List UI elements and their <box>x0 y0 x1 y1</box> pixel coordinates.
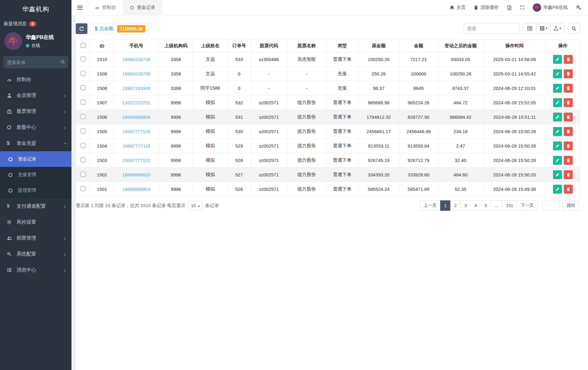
edit-button[interactable] <box>553 55 562 64</box>
page-4[interactable]: 4 <box>471 200 481 211</box>
cell-code: sz002571 <box>251 153 287 168</box>
page-151[interactable]: 151 <box>502 200 517 211</box>
page-ellipsis[interactable]: ... <box>491 200 502 211</box>
sidebar-item-stocks[interactable]: 股票管理 ‹ <box>0 103 71 119</box>
row-checkbox[interactable] <box>81 143 86 148</box>
detail-view-button[interactable] <box>523 23 537 34</box>
page-5[interactable]: 5 <box>481 200 491 211</box>
cell-amount: 333928.60 <box>399 168 438 182</box>
delete-button[interactable] <box>564 98 573 107</box>
clear-cache-button[interactable]: 清除缓存 <box>474 5 499 10</box>
cell-after: 464.60 <box>438 168 483 182</box>
sidebar-item-dashboard[interactable]: 控制台 <box>0 71 71 87</box>
cell-id: 1506 <box>90 110 114 124</box>
row-checkbox[interactable] <box>81 114 86 119</box>
log-button[interactable] <box>507 5 512 10</box>
sidebar-item-payment-channels[interactable]: ¥ 支付通道配置 ‹ <box>0 198 71 214</box>
sidebar-item-withdraw[interactable]: 提现管理 <box>0 183 71 198</box>
settings-button[interactable] <box>576 5 581 10</box>
delete-button[interactable] <box>564 170 573 179</box>
cell-phone-link[interactable]: 15697777119 <box>122 143 150 148</box>
withdraw-notice[interactable]: 新提现消息 0 <box>0 17 71 29</box>
cell-phone-link[interactable]: 18560226738 <box>122 57 151 62</box>
table-search-input[interactable] <box>464 23 520 34</box>
sidebar-item-message-center[interactable]: 消息中心 ‹ <box>0 262 71 278</box>
cell-phone-link[interactable]: 13322222251 <box>122 100 151 105</box>
cell-phone-link[interactable]: 18560226738 <box>122 71 151 76</box>
sidebar-search-input[interactable] <box>3 56 68 68</box>
row-checkbox[interactable] <box>81 186 86 191</box>
row-checkbox[interactable] <box>81 172 86 177</box>
search-icon[interactable] <box>60 60 65 64</box>
row-checkbox[interactable] <box>81 129 86 133</box>
sidebar-item-members[interactable]: 会员管理 ‹ <box>0 87 71 103</box>
sidebar-item-risk-control[interactable]: 风控设置 <box>0 214 71 230</box>
dollar-icon: $ <box>7 140 15 146</box>
cell-id: 1505 <box>90 124 114 139</box>
search-button[interactable] <box>568 23 580 34</box>
hamburger-icon[interactable] <box>77 5 83 10</box>
cell-order: 0 <box>228 81 251 95</box>
sidebar-item-fund-records[interactable]: 资金记录 <box>0 151 71 167</box>
cell-parent: 模拟 <box>193 95 228 110</box>
page-size-dropdown[interactable]: 10 ▴ <box>188 201 203 210</box>
sidebar-item-system-config[interactable]: 系统配置 ‹ <box>0 246 71 262</box>
export-button[interactable]: ▾ <box>550 23 564 34</box>
cell-parent: 文远 <box>193 52 228 67</box>
row-checkbox[interactable] <box>81 157 86 162</box>
edit-button[interactable] <box>553 127 562 136</box>
select-all-checkbox[interactable] <box>81 43 86 48</box>
jump-page-input[interactable] <box>543 201 560 210</box>
page-3[interactable]: 3 <box>460 200 471 211</box>
row-checkbox[interactable] <box>81 56 86 61</box>
edit-button[interactable] <box>553 156 562 165</box>
edit-button[interactable] <box>553 98 562 107</box>
delete-button[interactable] <box>564 84 573 93</box>
cell-phone-link[interactable]: 15697777122 <box>122 158 151 163</box>
page-2[interactable]: 2 <box>450 200 461 211</box>
cell-phone-link[interactable]: 18888888804 <box>122 114 151 120</box>
page-1[interactable]: 1 <box>440 200 451 211</box>
sidebar-item-recharge[interactable]: 充值管理 <box>0 167 71 183</box>
delete-button[interactable] <box>564 156 573 165</box>
cell-phone-link[interactable]: 15697777125 <box>122 129 151 134</box>
cell-time: 2025-03-21 14:56:09 <box>483 52 546 67</box>
cell-stock: 德力股份 <box>287 124 326 139</box>
col-header-time: 操作时间 <box>483 40 546 52</box>
edit-button[interactable] <box>553 69 562 78</box>
page-prev[interactable]: 上一页 <box>420 200 440 211</box>
fullscreen-button[interactable] <box>520 5 525 10</box>
delete-button[interactable] <box>564 69 573 78</box>
row-checkbox[interactable] <box>81 71 86 76</box>
delete-button[interactable] <box>564 185 573 194</box>
jump-button[interactable]: 跳转 <box>563 200 580 211</box>
row-checkbox[interactable] <box>81 85 86 90</box>
home-button[interactable]: 主页 <box>450 5 466 10</box>
refresh-button[interactable] <box>76 23 87 34</box>
delete-button[interactable] <box>564 127 573 136</box>
edit-button[interactable] <box>553 141 562 150</box>
page-next[interactable]: 下一页 <box>517 200 538 211</box>
sidebar-item-new-stock-center[interactable]: 新股中心 ‹ <box>0 119 71 135</box>
delete-button[interactable] <box>564 141 573 150</box>
sidebar-item-permissions[interactable]: 权限管理 ‹ <box>0 230 71 246</box>
edit-button[interactable] <box>553 113 562 121</box>
row-checkbox[interactable] <box>81 100 86 105</box>
edit-button[interactable] <box>553 170 562 179</box>
topbar-user[interactable]: 牛 华鑫PB在线 <box>533 3 568 12</box>
edit-button[interactable] <box>553 84 562 93</box>
cell-phone-link[interactable]: 18888888820 <box>122 172 151 177</box>
tab-dashboard[interactable]: 控制台 <box>88 0 123 15</box>
edit-button[interactable] <box>553 185 562 194</box>
sidebar-item-funds[interactable]: $ 资金充提 ‹ <box>0 135 71 151</box>
delete-button[interactable] <box>564 113 573 121</box>
columns-button[interactable]: ▾ <box>536 23 551 34</box>
delete-button[interactable] <box>564 55 573 64</box>
cell-amount: 7217.21 <box>399 52 438 67</box>
cell-amount: 926712.79 <box>399 153 438 168</box>
cell-phone-link[interactable]: 13907193949 <box>122 86 151 91</box>
cell-amount: 913550.64 <box>399 139 438 153</box>
tab-fund-records[interactable]: 资金记录 <box>123 0 162 15</box>
cell-amount: 828727.90 <box>399 110 438 124</box>
cell-phone-link[interactable]: 18888888803 <box>122 187 151 192</box>
